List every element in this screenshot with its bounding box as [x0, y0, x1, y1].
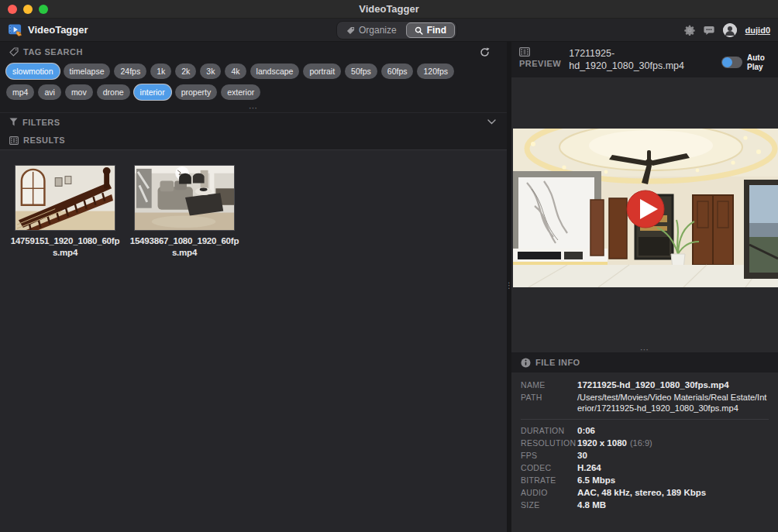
file-info-value: 17211925-hd_1920_1080_30fps.mp4 — [577, 379, 729, 391]
file-info-title: FILE INFO — [535, 358, 580, 367]
close-window-button[interactable] — [8, 5, 17, 14]
tag-search-title: TAG SEARCH — [23, 47, 83, 57]
file-info-divider — [521, 419, 769, 420]
refresh-icon[interactable] — [480, 47, 490, 57]
video-thumbnail-staircase[interactable] — [15, 165, 115, 231]
app-name: VideoTagger — [28, 24, 88, 36]
chevron-down-icon[interactable] — [487, 119, 496, 125]
file-info-row: DURATION 0:06 — [521, 425, 770, 437]
header-actions: dujid0 — [684, 19, 770, 42]
tag-pill[interactable]: exterior — [221, 84, 260, 100]
search-icon — [415, 26, 423, 35]
minimize-window-button[interactable] — [23, 5, 33, 14]
left-panel: TAG SEARCH slowmotiontimelapse24fps1k2k3… — [0, 42, 507, 532]
results-grid: 14759151_1920_1080_60fps.mp4 — [0, 149, 507, 532]
organize-tab[interactable]: Organize — [339, 23, 404, 37]
file-info-header: FILE INFO — [511, 352, 778, 372]
file-info-value: H.264 — [577, 462, 601, 474]
tag-pill[interactable]: 2k — [175, 63, 196, 79]
tag-pill[interactable]: property — [175, 84, 218, 100]
preview-section-resize-handle[interactable]: ⋯ — [511, 347, 778, 352]
tag-pill[interactable]: 4k — [225, 63, 246, 79]
tag-search-header: TAG SEARCH — [0, 42, 507, 62]
autoplay-toggle[interactable] — [721, 57, 742, 68]
preview-filename: 17211925-hd_1920_1080_30fps.mp4 — [569, 47, 714, 77]
tag-pill[interactable]: 24fps — [114, 63, 146, 79]
funnel-icon — [9, 118, 18, 126]
preview-area: ⋯ — [511, 77, 778, 352]
user-avatar[interactable] — [723, 23, 737, 37]
window-title: VideoTagger — [359, 3, 419, 15]
tag-icon — [9, 47, 19, 57]
tag-pill[interactable]: portrait — [303, 63, 341, 79]
file-info-value: 1920 x 1080 — [577, 438, 627, 449]
file-info-label: FPS — [521, 450, 577, 462]
filters-header[interactable]: FILTERS — [0, 112, 507, 131]
video-preview-frame[interactable] — [513, 129, 778, 287]
results-title: RESULTS — [23, 136, 65, 145]
file-info-row: CODEC H.264 — [521, 462, 770, 474]
tag-pill[interactable]: mp4 — [6, 84, 34, 100]
preview-title: PREVIEW — [519, 59, 561, 68]
preview-title-block: PREVIEW — [519, 47, 561, 77]
file-info-value: /Users/test/Movies/Video Materials/Real … — [577, 392, 770, 414]
video-thumbnail-livingroom[interactable] — [134, 165, 235, 231]
autoplay-control: Auto Play — [721, 47, 770, 77]
username-link[interactable]: dujid0 — [745, 26, 770, 35]
zoom-window-button[interactable] — [39, 5, 48, 14]
tag-pill[interactable]: 50fps — [345, 63, 377, 79]
tag-pill[interactable]: slowmotion — [6, 63, 60, 79]
tag-pill[interactable]: timelapse — [64, 63, 111, 79]
file-info-label: RESOLUTION — [521, 438, 577, 449]
tag-pill[interactable]: 3k — [200, 63, 221, 79]
file-info-label: PATH — [521, 392, 577, 414]
filters-title: FILTERS — [22, 118, 60, 127]
file-info-row: AUDIO AAC, 48 kHz, stereo, 189 Kbps — [521, 487, 770, 499]
tag-pill[interactable]: landscape — [250, 63, 300, 79]
file-info-value: AAC, 48 kHz, stereo, 189 Kbps — [577, 487, 706, 499]
feedback-chat-icon[interactable] — [704, 26, 714, 36]
file-info-value: 0:06 — [577, 425, 595, 437]
results-header: RESULTS — [0, 131, 507, 149]
tag-section-resize-handle[interactable]: ⋯ — [6, 105, 501, 110]
tag-pill[interactable]: 1k — [150, 63, 171, 79]
file-info-section: FILE INFO NAME 17211925-hd_1920_1080_30f… — [511, 352, 778, 532]
result-filename: 15493867_1080_1920_60fps.mp4 — [129, 235, 240, 259]
title-bar: VideoTagger — [0, 0, 778, 19]
app-header: VideoTagger Organize Find — [0, 19, 778, 42]
tag-cloud: slowmotiontimelapse24fps1k2k3k4klandscap… — [0, 62, 507, 112]
result-item[interactable]: 14759151_1920_1080_60fps.mp4 — [9, 165, 121, 259]
file-info-name-row: NAME 17211925-hd_1920_1080_30fps.mp4 — [521, 379, 770, 391]
result-filename: 14759151_1920_1080_60fps.mp4 — [9, 235, 121, 259]
tag-icon — [346, 26, 355, 35]
file-info-value: 6.5 Mbps — [577, 475, 615, 486]
tag-pill[interactable]: drone — [97, 84, 130, 100]
file-info-label: SIZE — [521, 499, 577, 511]
file-info-label: AUDIO — [521, 487, 577, 499]
view-switcher: Organize Find — [336, 21, 457, 39]
tag-pill[interactable]: 120fps — [417, 63, 454, 79]
file-info-label: CODEC — [521, 462, 577, 474]
tag-pill[interactable]: 60fps — [381, 63, 414, 79]
file-info-value: 30 — [577, 450, 587, 462]
info-circle-icon — [521, 358, 531, 368]
file-info-label: BITRATE — [521, 475, 577, 486]
tag-pill[interactable]: avi — [38, 84, 60, 100]
settings-gear-icon[interactable] — [684, 25, 695, 36]
tag-row-2: mp4avimovdroneinteriorpropertyexterior — [6, 84, 501, 100]
find-tab[interactable]: Find — [406, 22, 455, 38]
app-brand: VideoTagger — [8, 22, 88, 37]
file-info-extra: (16:9) — [630, 438, 652, 449]
film-grid-icon — [9, 136, 19, 145]
file-info-label: DURATION — [521, 425, 577, 437]
file-info-row: BITRATE 6.5 Mbps — [521, 475, 770, 486]
tag-pill[interactable]: mov — [65, 84, 93, 100]
result-item[interactable]: 15493867_1080_1920_60fps.mp4 — [129, 165, 240, 259]
traffic-lights — [8, 5, 48, 14]
file-info-row: FPS 30 — [521, 450, 770, 462]
app-logo-icon — [8, 22, 22, 37]
file-info-body: NAME 17211925-hd_1920_1080_30fps.mp4 PAT… — [511, 372, 778, 532]
file-info-rows: DURATION 0:06 RESOLUTION 1920 x 1080 (16… — [521, 425, 770, 511]
right-panel: PREVIEW 17211925-hd_1920_1080_30fps.mp4 … — [511, 42, 778, 532]
tag-pill[interactable]: interior — [134, 84, 171, 100]
